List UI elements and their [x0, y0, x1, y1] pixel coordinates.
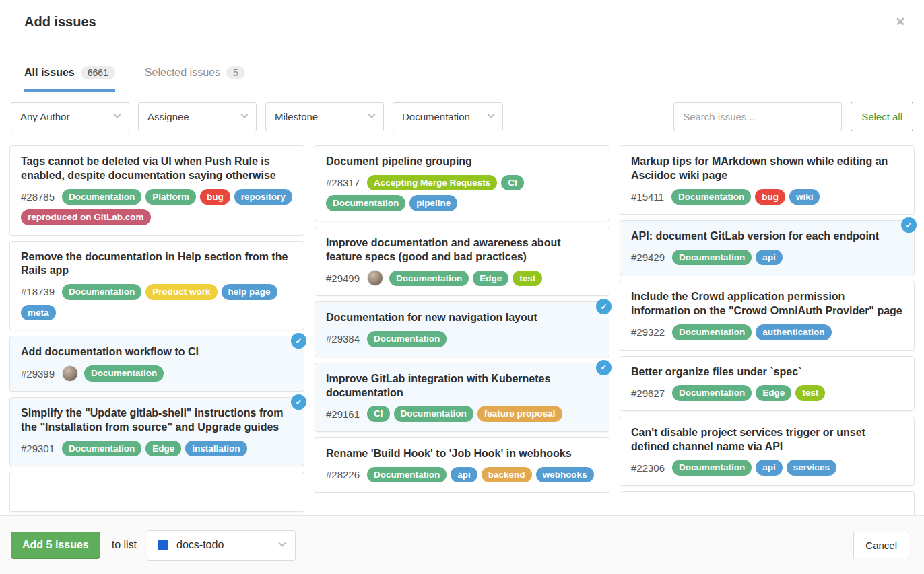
issue-title: Tags cannot be deleted via UI when Push …: [21, 155, 293, 183]
close-icon[interactable]: ✕: [893, 12, 908, 32]
issue-meta: #28785DocumentationPlatformbugrepository…: [21, 189, 293, 225]
label-meta[interactable]: meta: [21, 305, 56, 321]
label-edge[interactable]: Edge: [473, 271, 508, 287]
issue-card[interactable]: ✓Documentation for new navigation layout…: [315, 301, 609, 357]
label-webhooks[interactable]: webhooks: [536, 467, 594, 483]
tab-all-issues[interactable]: All issues6661: [24, 66, 115, 92]
tab-selected-issues[interactable]: Selected issues5: [145, 66, 245, 92]
label-documentation[interactable]: Documentation: [672, 250, 752, 266]
filter-dropdown-label[interactable]: Documentation: [393, 102, 503, 131]
label-api[interactable]: api: [451, 467, 477, 483]
issue-meta: #29399Documentation: [21, 365, 293, 382]
issue-meta: #28226Documentationapibackendwebhooks: [326, 467, 598, 483]
issue-title: Improve documentation and awareness abou…: [326, 236, 598, 264]
label-documentation[interactable]: Documentation: [62, 441, 141, 457]
issue-card-partial[interactable]: [620, 491, 915, 515]
list-select-dropdown[interactable]: docs-todo: [147, 530, 296, 561]
label-documentation[interactable]: Documentation: [671, 189, 751, 205]
filter-bar: Any AuthorAssigneeMilestoneDocumentation…: [0, 92, 924, 140]
issue-column: Tags cannot be deleted via UI when Push …: [9, 145, 304, 515]
label-reproduced-on-gitlab-com[interactable]: reproduced on GitLab.com: [21, 209, 151, 225]
label-installation[interactable]: installation: [185, 441, 246, 457]
issue-card[interactable]: Improve documentation and awareness abou…: [315, 227, 609, 297]
issue-number: #29322: [631, 326, 665, 338]
issue-column: Document pipeline grouping#28317Acceptin…: [315, 145, 609, 498]
label-documentation[interactable]: Documentation: [672, 324, 752, 340]
issue-title: Improve GitLab integration with Kubernet…: [326, 372, 598, 400]
filter-dropdown-author[interactable]: Any Author: [11, 102, 129, 131]
filter-dropdown-value: Documentation: [402, 111, 470, 122]
issue-number: #28317: [326, 177, 360, 188]
add-issues-button[interactable]: Add 5 issues: [11, 532, 100, 559]
label-edge[interactable]: Edge: [145, 441, 181, 457]
label-api[interactable]: api: [756, 460, 783, 476]
label-repository[interactable]: repository: [234, 189, 292, 205]
label-platform[interactable]: Platform: [145, 189, 196, 205]
issue-card[interactable]: Remove the documentation in Help section…: [9, 241, 304, 331]
label-authentication[interactable]: authentication: [756, 324, 831, 340]
issue-number: #22306: [631, 462, 665, 474]
list-color-swatch: [158, 540, 168, 550]
selected-check-icon: ✓: [596, 299, 612, 314]
issue-number: #29499: [326, 273, 360, 284]
label-documentation[interactable]: Documentation: [62, 189, 141, 205]
search-input[interactable]: [673, 102, 842, 131]
issue-number: #29627: [631, 388, 665, 399]
filter-dropdown-milestone[interactable]: Milestone: [265, 102, 384, 131]
issue-card[interactable]: Can't disable project services trigger o…: [620, 417, 915, 486]
issue-meta: #29301DocumentationEdgeinstallation: [21, 441, 293, 457]
label-ci[interactable]: CI: [367, 406, 390, 422]
chevron-down-icon: [278, 540, 286, 547]
select-all-button[interactable]: Select all: [851, 102, 913, 131]
label-test[interactable]: test: [795, 385, 825, 401]
issue-card[interactable]: ✓Simplify the "Update gitlab-shell" inst…: [9, 397, 304, 466]
label-documentation[interactable]: Documentation: [389, 271, 469, 287]
issue-card[interactable]: ✓API: document GitLab version for each e…: [620, 220, 915, 275]
issue-card[interactable]: ✓Improve GitLab integration with Kuberne…: [315, 363, 609, 432]
issue-title: Remove the documentation in Help section…: [21, 250, 293, 279]
issue-title: Document pipeline grouping: [326, 155, 598, 169]
label-backend[interactable]: backend: [482, 467, 532, 483]
issue-card[interactable]: Include the Crowd application permission…: [620, 281, 915, 350]
issue-card[interactable]: Document pipeline grouping#28317Acceptin…: [315, 145, 609, 221]
label-wiki[interactable]: wiki: [789, 189, 820, 205]
issue-title: Simplify the "Update gitlab-shell" instr…: [21, 406, 293, 435]
issue-card[interactable]: ✓Add documentation workflow to CI#29399D…: [9, 336, 304, 392]
label-feature-proposal[interactable]: feature proposal: [477, 406, 562, 422]
label-documentation[interactable]: Documentation: [367, 467, 447, 483]
label-api[interactable]: api: [756, 250, 783, 266]
issue-number: #18739: [21, 286, 55, 297]
to-list-text: to list: [112, 539, 137, 551]
label-documentation[interactable]: Documentation: [326, 195, 405, 211]
label-documentation[interactable]: Documentation: [84, 365, 164, 382]
label-ci[interactable]: CI: [501, 175, 524, 191]
label-test[interactable]: test: [513, 271, 542, 287]
tab-bar: All issues6661Selected issues5: [0, 44, 924, 92]
issue-title: Better organize files under `spec`: [631, 365, 903, 380]
label-documentation[interactable]: Documentation: [367, 331, 447, 347]
label-bug[interactable]: bug: [200, 189, 230, 205]
issue-card[interactable]: Markup tips for MArkdown shown while edi…: [620, 145, 915, 215]
issue-card-partial[interactable]: [9, 472, 304, 512]
selected-check-icon: ✓: [596, 360, 612, 375]
label-product-work[interactable]: Product work: [145, 284, 217, 300]
issue-card[interactable]: Better organize files under `spec`#29627…: [620, 356, 915, 411]
label-help-page[interactable]: help page: [222, 284, 277, 300]
label-services[interactable]: services: [787, 460, 836, 476]
label-pipeline[interactable]: pipeline: [409, 195, 457, 211]
label-documentation[interactable]: Documentation: [672, 385, 752, 401]
issue-title: Can't disable project services trigger o…: [631, 426, 903, 454]
label-bug[interactable]: bug: [755, 189, 785, 205]
label-edge[interactable]: Edge: [756, 385, 791, 401]
issue-card[interactable]: Tags cannot be deleted via UI when Push …: [9, 145, 304, 236]
filter-dropdown-assignee[interactable]: Assignee: [138, 102, 257, 131]
label-accepting-merge-requests[interactable]: Accepting Merge Requests: [367, 175, 497, 191]
cancel-button[interactable]: Cancel: [853, 532, 909, 559]
label-documentation[interactable]: Documentation: [62, 284, 141, 300]
selected-check-icon: ✓: [291, 394, 306, 410]
filter-dropdown-value: Any Author: [20, 111, 69, 122]
issue-meta: #29627DocumentationEdgetest: [631, 385, 903, 401]
label-documentation[interactable]: Documentation: [672, 460, 752, 476]
label-documentation[interactable]: Documentation: [394, 406, 473, 422]
issue-card[interactable]: Rename 'Build Hook' to 'Job Hook' in web…: [315, 437, 609, 493]
